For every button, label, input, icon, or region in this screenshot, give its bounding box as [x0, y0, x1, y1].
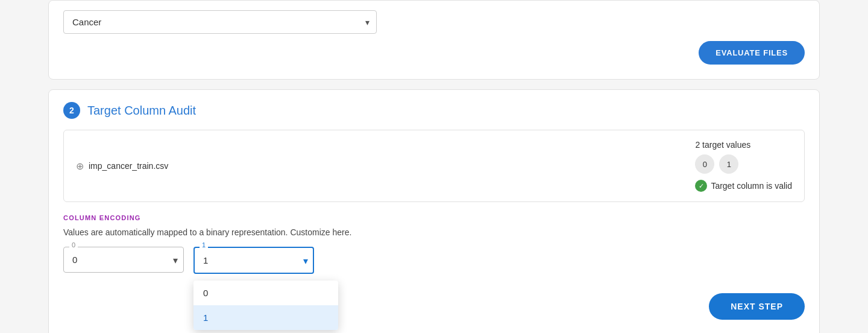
valid-text: Target column is valid — [711, 181, 792, 191]
dropdown-option-0[interactable]: 0 — [193, 281, 338, 305]
target-badge-1: 1 — [719, 154, 738, 174]
file-info: ⊕ imp_cancer_train.csv — [76, 160, 168, 172]
encoding-select-0-label: 0 — [69, 241, 78, 249]
dropdown-option-1[interactable]: 1 — [193, 305, 338, 330]
bottom-row: NEXT STEP — [63, 293, 805, 332]
encoding-select-1-wrapper: 1 0 1 ▾ 0 1 — [193, 247, 314, 274]
target-badges: 0 1 — [695, 154, 792, 174]
target-column-dropdown-wrapper: Cancer Diabetes Heart Disease ▾ — [63, 10, 377, 34]
target-column-select[interactable]: Cancer Diabetes Heart Disease — [63, 10, 377, 34]
encoding-select-0-wrapper: 0 0 1 ▾ — [63, 247, 184, 273]
target-badge-0: 0 — [695, 154, 714, 174]
cancer-dropdown-section: Cancer Diabetes Heart Disease ▾ EVALUATE… — [48, 0, 820, 80]
encoding-row: 0 0 1 ▾ 1 0 1 ▾ 0 1 — [63, 247, 805, 274]
encoding-select-1-label: 1 — [200, 241, 208, 249]
target-info: 2 target values 0 1 ✓ Target column is v… — [695, 140, 792, 192]
filename-label: imp_cancer_train.csv — [89, 161, 168, 171]
checkmark-icon: ✓ — [695, 180, 707, 192]
evaluate-files-button[interactable]: EVALUATE FILES — [699, 41, 805, 65]
encoding-select-0[interactable]: 0 1 — [63, 247, 184, 273]
column-encoding-label: COLUMN ENCODING — [63, 214, 805, 221]
target-values-label: 2 target values — [695, 140, 792, 150]
section-header: 2 Target Column Audit — [63, 102, 805, 119]
file-icon: ⊕ — [76, 160, 84, 172]
encoding-select-1[interactable]: 0 1 — [193, 247, 314, 274]
next-step-button[interactable]: NEXT STEP — [709, 293, 805, 320]
section-badge: 2 — [63, 102, 80, 119]
encoding-dropdown-popup: 0 1 — [193, 281, 338, 330]
audit-box: ⊕ imp_cancer_train.csv 2 target values 0… — [63, 130, 805, 202]
section-title: Target Column Audit — [87, 104, 196, 118]
valid-label: ✓ Target column is valid — [695, 180, 792, 192]
target-column-audit-section: 2 Target Column Audit ⊕ imp_cancer_train… — [48, 89, 820, 333]
encoding-description: Values are automatically mapped to a bin… — [63, 227, 805, 237]
